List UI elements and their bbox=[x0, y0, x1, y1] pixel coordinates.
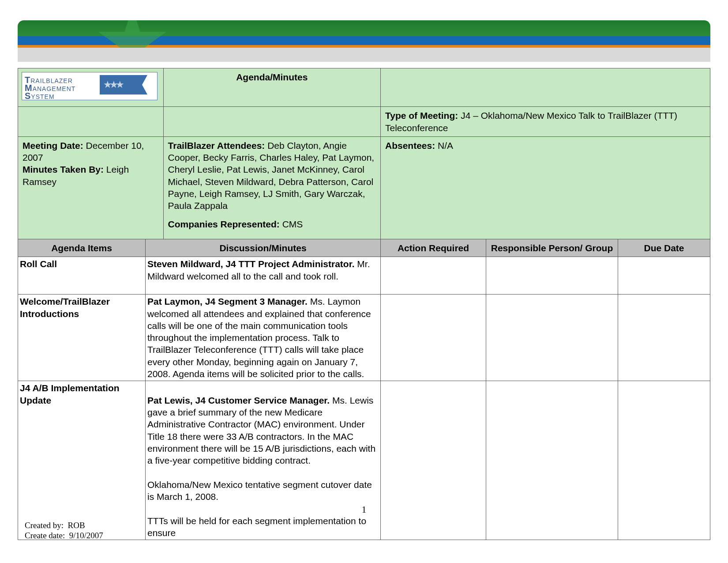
action-cell bbox=[381, 257, 486, 295]
col-action-required: Action Required bbox=[381, 239, 486, 257]
action-cell bbox=[381, 295, 486, 381]
discussion-body: Ms. Lewis gave a brief summary of the ne… bbox=[147, 395, 375, 538]
discussion-lead: Pat Lewis, J4 Customer Service Manager. bbox=[147, 395, 330, 405]
created-by-value: ROB bbox=[68, 521, 85, 530]
table-row: Roll Call Steven Mildward, J4 TTT Projec… bbox=[18, 257, 710, 295]
create-date-value: 9/10/2007 bbox=[69, 531, 103, 540]
due-cell bbox=[618, 257, 710, 295]
meeting-type-cell: Type of Meeting: J4 – Oklahoma/New Mexic… bbox=[381, 107, 710, 137]
col-responsible: Responsible Person/ Group bbox=[486, 239, 618, 257]
responsible-cell bbox=[486, 381, 618, 540]
discussion-cell: Pat Lewis, J4 Customer Service Manager. … bbox=[146, 381, 381, 540]
companies-label: Companies Represented: bbox=[168, 219, 280, 229]
header-banner bbox=[18, 20, 710, 48]
absentees-label: Absentees: bbox=[385, 140, 435, 151]
title-cell: Agenda/Minutes bbox=[163, 68, 380, 107]
col-due-date: Due Date bbox=[618, 239, 710, 257]
meeting-type-label: Type of Meeting: bbox=[385, 110, 458, 121]
absentees-value: N/A bbox=[438, 140, 453, 151]
created-by-label: Created by: bbox=[25, 521, 64, 530]
blank-header-cell bbox=[381, 68, 710, 107]
footer: Created by: ROB Create date: 9/10/2007 bbox=[25, 520, 103, 541]
document-page: TTRAILBLAZERRAILBLAZER MANAGEMENT SYSTEM… bbox=[0, 0, 728, 563]
col-agenda-items: Agenda Items bbox=[18, 239, 146, 257]
due-cell bbox=[618, 381, 710, 540]
discussion-cell: Steven Mildward, J4 TTT Project Administ… bbox=[146, 257, 381, 295]
agenda-item: J4 A/B Implementation Update bbox=[18, 381, 146, 540]
attendees-cell: TrailBlazer Attendees: Deb Clayton, Angi… bbox=[163, 136, 380, 239]
minutes-taken-label: Minutes Taken By: bbox=[23, 164, 104, 174]
agenda-item: Roll Call bbox=[18, 257, 146, 295]
meeting-date-label: Meeting Date: bbox=[23, 140, 83, 151]
page-number: 1 bbox=[0, 504, 728, 515]
logo-star-icon bbox=[100, 75, 153, 94]
discussion-body: Ms. Laymon welcomed all attendees and ex… bbox=[147, 296, 371, 379]
logo-cell: TTRAILBLAZERRAILBLAZER MANAGEMENT SYSTEM bbox=[18, 68, 164, 107]
col-discussion: Discussion/Minutes bbox=[146, 239, 381, 257]
logo-line3: SYSTEM bbox=[25, 90, 55, 102]
responsible-cell bbox=[486, 257, 618, 295]
discussion-lead: Steven Mildward, J4 TTT Project Administ… bbox=[147, 259, 355, 269]
discussion-lead: Pat Laymon, J4 Segment 3 Manager. bbox=[147, 296, 308, 306]
companies-value: CMS bbox=[282, 219, 303, 229]
attendees-label: TrailBlazer Attendees: bbox=[168, 140, 265, 151]
blank-cell-b bbox=[163, 107, 380, 137]
banner-blue-stripe bbox=[18, 36, 710, 45]
banner-grey-bar bbox=[18, 48, 710, 62]
table-row: Welcome/TrailBlazer Introductions Pat La… bbox=[18, 295, 710, 381]
attendees-value: Deb Clayton, Angie Cooper, Becky Farris,… bbox=[168, 140, 375, 211]
table-row: J4 A/B Implementation Update Pat Lewis, … bbox=[18, 381, 710, 540]
create-date-label: Create date: bbox=[25, 531, 65, 540]
discussion-cell: Pat Laymon, J4 Segment 3 Manager. Ms. La… bbox=[146, 295, 381, 381]
trailblazer-logo: TTRAILBLAZERRAILBLAZER MANAGEMENT SYSTEM bbox=[22, 72, 158, 100]
meeting-date-cell: Meeting Date: December 10, 2007 Minutes … bbox=[18, 136, 164, 239]
due-cell bbox=[618, 295, 710, 381]
action-cell bbox=[381, 381, 486, 540]
agenda-item: Welcome/TrailBlazer Introductions bbox=[18, 295, 146, 381]
blank-cell-a bbox=[18, 107, 164, 137]
agenda-table: TTRAILBLAZERRAILBLAZER MANAGEMENT SYSTEM… bbox=[18, 68, 710, 540]
absentees-cell: Absentees: N/A bbox=[381, 136, 710, 239]
responsible-cell bbox=[486, 295, 618, 381]
